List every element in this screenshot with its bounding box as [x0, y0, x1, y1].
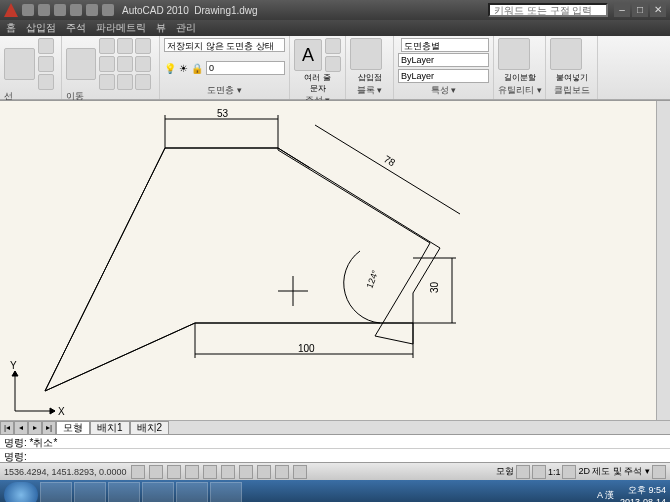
layer-sun-icon[interactable]: ☀ [179, 63, 188, 74]
qat-new-icon[interactable] [22, 4, 34, 16]
qat-print-icon[interactable] [102, 4, 114, 16]
qat-redo-icon[interactable] [86, 4, 98, 16]
line-tool-icon[interactable] [4, 48, 35, 80]
taskbar-app1-icon[interactable] [142, 482, 174, 502]
insert-block-icon[interactable] [350, 38, 382, 70]
explode-tool-icon[interactable] [135, 74, 151, 90]
anno-scale[interactable]: 1:1 [548, 467, 561, 477]
array-tool-icon[interactable] [117, 74, 133, 90]
tab-annotate[interactable]: 주석 [66, 21, 86, 35]
osnap-toggle-icon[interactable] [203, 465, 217, 479]
panel-layers-label[interactable]: 도면층 ▾ [164, 84, 285, 97]
layout2-tab[interactable]: 배치2 [130, 421, 170, 435]
panel-util-label[interactable]: 유틸리티 ▾ [498, 84, 541, 97]
polar-toggle-icon[interactable] [185, 465, 199, 479]
trim-tool-icon[interactable] [135, 38, 151, 54]
fillet-tool-icon[interactable] [135, 56, 151, 72]
workspace-lock-icon[interactable] [652, 465, 666, 479]
tab-home[interactable]: 홈 [6, 21, 16, 35]
qp-toggle-icon[interactable] [293, 465, 307, 479]
ducs-toggle-icon[interactable] [239, 465, 253, 479]
quickview-drawings-icon[interactable] [532, 465, 546, 479]
clock-date[interactable]: 2013-08-14 [620, 497, 666, 503]
layer-lock-icon[interactable]: 🔒 [191, 63, 203, 74]
lineweight-dropdown[interactable]: ByLayer [398, 53, 489, 67]
close-button[interactable]: ✕ [650, 3, 666, 17]
lwt-toggle-icon[interactable] [275, 465, 289, 479]
ribbon-tabs: 홈 삽입점 주석 파라메트릭 뷰 관리 [0, 20, 670, 36]
move-tool-icon[interactable] [66, 48, 96, 80]
panel-block-label[interactable]: 블록 ▾ [350, 84, 389, 97]
tab-insert[interactable]: 삽입점 [26, 21, 56, 35]
anno-visibility-icon[interactable] [562, 465, 576, 479]
status-bar: 1536.4294, 1451.8293, 0.0000 모형 1:1 2D 제… [0, 462, 670, 480]
tab-manage[interactable]: 관리 [176, 21, 196, 35]
taskbar-ie-icon[interactable] [74, 482, 106, 502]
taskbar-explorer-icon[interactable] [40, 482, 72, 502]
qat-undo-icon[interactable] [70, 4, 82, 16]
help-search-input[interactable] [488, 3, 608, 17]
title-bar: AutoCAD 2010 Drawing1.dwg – □ ✕ [0, 0, 670, 20]
linetype-dropdown[interactable]: ByLayer [398, 69, 489, 83]
paste-tool-icon[interactable] [550, 38, 582, 70]
dim-100: 100 [298, 343, 315, 354]
layer-state-dropdown[interactable]: 저장되지 않은 도면층 상태 [164, 38, 285, 52]
start-button[interactable] [4, 482, 38, 502]
color-dropdown[interactable]: 도면층별 [401, 38, 489, 52]
taskbar-app2-icon[interactable] [176, 482, 208, 502]
minimize-button[interactable]: – [614, 3, 630, 17]
svg-line-1 [45, 148, 165, 391]
stretch-tool-icon[interactable] [99, 74, 115, 90]
polyline-tool-icon[interactable] [38, 38, 54, 54]
qat-open-icon[interactable] [38, 4, 50, 16]
arc-tool-icon[interactable] [38, 74, 54, 90]
taskbar-autocad-icon[interactable] [210, 482, 242, 502]
ime-indicator[interactable]: A 漢 [597, 489, 614, 502]
clock-time[interactable]: 오후 9:54 [620, 484, 666, 497]
tab-prev-icon[interactable]: ◂ [14, 421, 28, 435]
panel-annotation: A 여러 줄 문자 주석 ▾ [290, 36, 346, 99]
panel-modify: 이동 수정 ▾ [62, 36, 160, 99]
app-menu-icon[interactable] [4, 3, 18, 17]
tab-view[interactable]: 뷰 [156, 21, 166, 35]
model-tab[interactable]: 모형 [56, 421, 90, 435]
dim-table-icon[interactable] [325, 56, 341, 72]
grid-toggle-icon[interactable] [149, 465, 163, 479]
insert-label: 삽입점 [350, 72, 389, 83]
tab-parametric[interactable]: 파라메트릭 [96, 21, 146, 35]
dim-30: 30 [429, 281, 440, 293]
otrack-toggle-icon[interactable] [221, 465, 235, 479]
layout1-tab[interactable]: 배치1 [90, 421, 130, 435]
dyn-toggle-icon[interactable] [257, 465, 271, 479]
layer-dropdown[interactable]: 0 [206, 61, 285, 75]
qat-save-icon[interactable] [54, 4, 66, 16]
circle-tool-icon[interactable] [38, 56, 54, 72]
ortho-toggle-icon[interactable] [167, 465, 181, 479]
scale-tool-icon[interactable] [117, 56, 133, 72]
panel-properties: 도면층별 ByLayer ByLayer 특성 ▾ [394, 36, 494, 99]
panel-clip-label[interactable]: 클립보드 [550, 84, 593, 97]
copy-tool-icon[interactable] [99, 38, 115, 54]
model-paper-toggle[interactable]: 모형 [496, 465, 514, 478]
measure-tool-icon[interactable] [498, 38, 530, 70]
mirror-tool-icon[interactable] [99, 56, 115, 72]
tab-next-icon[interactable]: ▸ [28, 421, 42, 435]
text-tool-icon[interactable]: A [294, 39, 322, 71]
tab-first-icon[interactable]: |◂ [0, 421, 14, 435]
maximize-button[interactable]: □ [632, 3, 648, 17]
dim-linear-icon[interactable] [325, 38, 341, 54]
taskbar-folder-icon[interactable] [108, 482, 140, 502]
rotate-tool-icon[interactable] [117, 38, 133, 54]
tab-last-icon[interactable]: ▸| [42, 421, 56, 435]
panel-props-label[interactable]: 특성 ▾ [398, 84, 489, 97]
snap-toggle-icon[interactable] [131, 465, 145, 479]
quick-access-toolbar [22, 4, 114, 16]
quickview-layouts-icon[interactable] [516, 465, 530, 479]
window-buttons: – □ ✕ [614, 3, 666, 17]
layer-bulb-icon[interactable]: 💡 [164, 63, 176, 74]
drawing-canvas[interactable]: 53 78 30 100 124° X Y [0, 100, 670, 420]
window-title: AutoCAD 2010 Drawing1.dwg [122, 5, 258, 16]
vertical-scrollbar[interactable] [656, 101, 670, 420]
command-input[interactable] [27, 450, 666, 461]
workspace-label[interactable]: 2D 제도 및 주석 ▾ [578, 465, 650, 478]
